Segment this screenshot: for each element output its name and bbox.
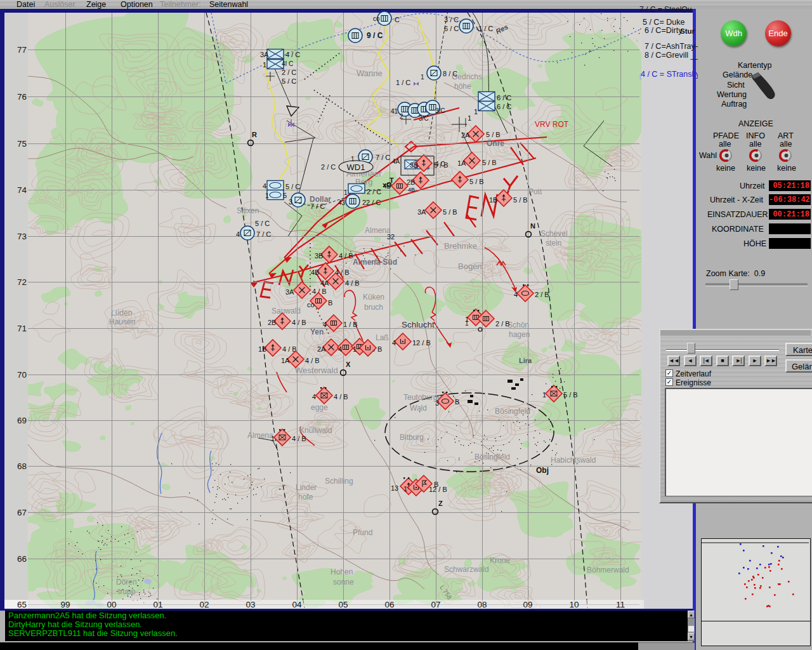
svg-text:Krone: Krone (490, 556, 510, 565)
svg-text:76: 76 (17, 92, 27, 102)
svg-text:4: 4 (338, 345, 342, 353)
svg-text:Schilling: Schilling (325, 477, 353, 486)
svg-text:5 / B: 5 / B (434, 161, 449, 169)
svg-text:Linder: Linder (296, 483, 317, 492)
svg-text:73: 73 (17, 232, 27, 241)
svg-text:Laß: Laß (376, 333, 389, 342)
svg-text:Lüden: Lüden (111, 308, 132, 317)
svg-text:70: 70 (17, 370, 27, 380)
svg-text:stein: stein (546, 239, 561, 248)
svg-text:1: 1 (421, 74, 424, 81)
svg-text:6 / C=Dirty: 6 / C=Dirty (645, 26, 683, 35)
svg-text:5: 5 (283, 192, 287, 199)
svg-text:Obj: Obj (536, 466, 549, 475)
svg-text:4 / C = STransky: 4 / C = STransky (641, 70, 698, 79)
svg-text:3B: 3B (410, 161, 418, 169)
svg-text:9 / C: 9 / C (367, 31, 383, 40)
svg-text:72: 72 (17, 277, 27, 287)
svg-text:4: 4 (236, 230, 240, 238)
svg-text:2A: 2A (317, 345, 326, 353)
svg-text:1 / B: 1 / B (343, 321, 358, 328)
svg-text:1: 1 (351, 156, 355, 162)
svg-text:Dören: Dören (116, 578, 137, 587)
svg-text:Habichtswald: Habichtswald (551, 456, 596, 465)
svg-text:7 / C=AshTray–: 7 / C=AshTray– (645, 42, 698, 51)
svg-text:2A: 2A (461, 131, 470, 139)
svg-text:co: co (307, 301, 315, 308)
svg-text:4: 4 (514, 291, 518, 298)
svg-text:65: 65 (17, 600, 27, 609)
svg-text:1: 1 (542, 391, 546, 399)
svg-text:Stur: Stur (680, 27, 695, 35)
svg-text:4I C: 4I C (282, 60, 293, 67)
svg-text:Schevel: Schevel (540, 229, 568, 238)
svg-text:5 / B: 5 / B (443, 208, 457, 216)
svg-text:2 / C: 2 / C (282, 69, 296, 76)
svg-text:1: 1 (474, 108, 478, 116)
svg-text:WD1: WD1 (347, 162, 365, 172)
svg-text:Küken: Küken (363, 293, 384, 302)
svg-text:B: B (377, 345, 382, 353)
svg-text:Knüllwald: Knüllwald (299, 426, 332, 435)
svg-text:13: 13 (391, 484, 398, 492)
svg-text:bruch: bruch (364, 303, 383, 312)
svg-text:1: 1 (263, 61, 266, 69)
svg-text:1A: 1A (281, 357, 290, 364)
svg-text:1: 1 (465, 320, 469, 327)
svg-text:Hausen: Hausen (109, 317, 135, 326)
svg-text:06: 06 (384, 600, 394, 609)
svg-text:03: 03 (246, 600, 255, 609)
svg-text:Brehmke: Brehmke (444, 241, 477, 251)
svg-text:X: X (346, 361, 351, 368)
svg-text:7 / C: 7 / C (256, 230, 271, 238)
svg-text:7 / C = SteelOu: 7 / C = SteelOu (639, 5, 691, 14)
svg-text:Westerwald: Westerwald (295, 366, 338, 375)
svg-text:Almena-Süd: Almena-Süd (353, 258, 397, 267)
svg-text:09: 09 (523, 600, 532, 609)
svg-text:7 / C: 7 / C (376, 154, 390, 161)
svg-text:Almena: Almena (247, 431, 273, 440)
svg-text:Wald: Wald (410, 404, 427, 413)
svg-text:99: 99 (60, 600, 70, 609)
svg-text:Schlucht: Schlucht (402, 320, 435, 329)
svg-text:71: 71 (17, 324, 27, 333)
svg-text:07: 07 (431, 600, 440, 609)
svg-text:05: 05 (338, 600, 348, 609)
svg-text:2 / B: 2 / B (495, 320, 510, 328)
svg-text:2 / C: 2 / C (321, 163, 336, 171)
svg-text:5 / C: 5 / C (282, 77, 296, 85)
svg-text:3B: 3B (315, 252, 323, 260)
svg-text:4: 4 (323, 321, 327, 328)
svg-text:12 / B: 12 / B (429, 486, 447, 493)
svg-text:1: 1 (468, 114, 471, 122)
svg-text:4 / B: 4 / B (292, 319, 306, 326)
svg-text:4 / B: 4 / B (334, 393, 348, 401)
svg-text:Bösingfeld: Bösingfeld (495, 407, 530, 416)
svg-text:67: 67 (17, 508, 27, 517)
svg-text:3: 3 (289, 198, 292, 206)
svg-text:2B: 2B (268, 319, 276, 326)
svg-text:3/C: 3/C (435, 107, 445, 114)
svg-text:69: 69 (17, 416, 27, 425)
svg-text:4 / B: 4 / B (305, 357, 320, 364)
svg-text:1 / C: 1 / C (478, 25, 493, 32)
svg-text:11: 11 (616, 600, 625, 609)
svg-text:höhe: höhe (454, 82, 471, 91)
svg-text:Hohen: Hohen (331, 567, 353, 576)
svg-text:1: 1 (344, 189, 348, 196)
svg-text:1: 1 (403, 485, 407, 493)
svg-text:N: N (530, 222, 535, 230)
svg-text:2: 2 (400, 113, 403, 120)
svg-text:75: 75 (17, 139, 27, 149)
svg-text:5 / C: 5 / C (255, 220, 270, 227)
svg-text:10: 10 (569, 600, 579, 609)
svg-text:4 / B: 4 / B (339, 252, 353, 260)
svg-text:Bösingfeld: Bösingfeld (475, 453, 510, 461)
svg-text:2B: 2B (407, 178, 415, 186)
svg-text:egge: egge (311, 403, 328, 412)
svg-text:68: 68 (17, 461, 27, 471)
svg-text:hofe: hofe (298, 493, 313, 501)
svg-text:5 / B: 5 / B (482, 159, 497, 166)
svg-text:sonne: sonne (333, 578, 354, 587)
svg-text:Schwarzwald: Schwarzwald (444, 565, 489, 574)
